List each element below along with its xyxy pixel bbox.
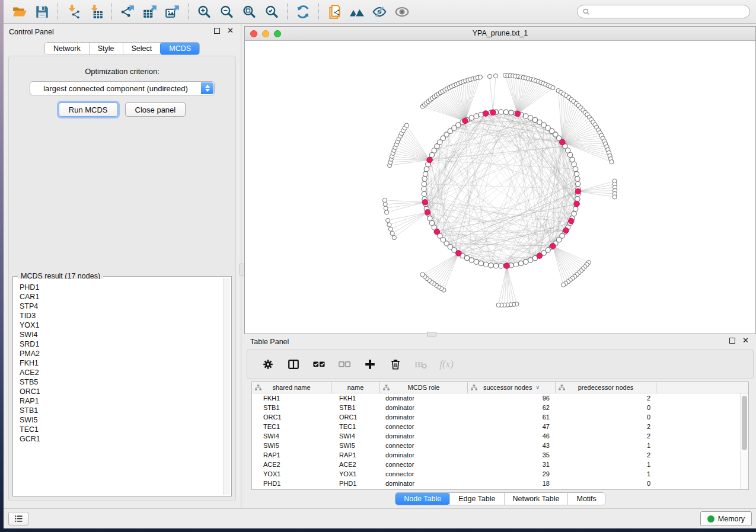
- network-node[interactable]: [422, 181, 426, 186]
- network-node[interactable]: [428, 216, 432, 221]
- mcds-result-item[interactable]: TEC1: [20, 425, 223, 434]
- mcds-hub-node[interactable]: [575, 188, 581, 194]
- network-graph[interactable]: [245, 41, 755, 334]
- horizontal-splitter-grip[interactable]: [427, 332, 436, 336]
- search-box[interactable]: [577, 5, 750, 18]
- leaf-node[interactable]: [384, 210, 388, 214]
- mcds-hub-node[interactable]: [483, 111, 489, 117]
- mcds-result-item[interactable]: PMA2: [20, 349, 223, 358]
- network-node[interactable]: [573, 206, 578, 211]
- mcds-hub-node[interactable]: [462, 118, 468, 124]
- mcds-hub-node[interactable]: [425, 210, 430, 216]
- network-node[interactable]: [572, 162, 576, 166]
- tab-style[interactable]: Style: [89, 43, 123, 55]
- delete-column-icon[interactable]: [388, 357, 403, 371]
- table-tab-network-table[interactable]: Network Table: [504, 493, 568, 505]
- mcds-hub-node[interactable]: [574, 201, 580, 207]
- mcds-result-item[interactable]: CAR1: [20, 292, 223, 302]
- hide-graphics-details-icon[interactable]: [368, 2, 391, 22]
- float-table-panel-icon[interactable]: [729, 338, 735, 344]
- network-node[interactable]: [528, 116, 533, 120]
- export-image-icon[interactable]: [161, 2, 184, 22]
- mcds-hub-node[interactable]: [434, 229, 440, 235]
- mcds-hub-node[interactable]: [560, 139, 566, 145]
- network-node[interactable]: [469, 258, 474, 262]
- gear-icon[interactable]: [260, 357, 276, 371]
- network-node[interactable]: [518, 261, 523, 265]
- mcds-hub-node[interactable]: [515, 111, 521, 117]
- table-scrollbar[interactable]: [740, 393, 748, 489]
- mcds-result-item[interactable]: TID3: [20, 311, 223, 321]
- network-node[interactable]: [422, 187, 426, 191]
- table-row[interactable]: SWI5SWI5connector431: [252, 441, 740, 450]
- table-tab-motifs[interactable]: Motifs: [567, 493, 604, 505]
- table-row[interactable]: TEC1TEC1connector472: [252, 422, 740, 431]
- mcds-hub-node[interactable]: [490, 110, 496, 116]
- mcds-hub-node[interactable]: [427, 157, 433, 163]
- leaf-node[interactable]: [392, 236, 396, 240]
- mcds-result-item[interactable]: STB5: [20, 377, 223, 387]
- table-row[interactable]: ACE2ACE2connector311: [252, 460, 740, 469]
- column-header-successor-nodes[interactable]: successor nodes∨: [468, 382, 556, 393]
- column-header-predecessor-nodes[interactable]: predecessor nodes: [556, 382, 656, 393]
- network-node[interactable]: [483, 262, 488, 267]
- network-node[interactable]: [528, 258, 533, 262]
- network-node[interactable]: [572, 211, 576, 216]
- network-node[interactable]: [474, 259, 479, 264]
- zoom-out-icon[interactable]: [215, 2, 238, 22]
- leaf-node[interactable]: [390, 231, 394, 235]
- mcds-result-item[interactable]: STB1: [20, 406, 223, 415]
- export-network-icon[interactable]: [116, 2, 139, 22]
- mcds-result-item[interactable]: STP4: [20, 302, 223, 311]
- leaf-node[interactable]: [613, 195, 617, 199]
- mcds-result-item[interactable]: ORC1: [20, 387, 223, 396]
- delete-table-icon[interactable]: [413, 357, 429, 371]
- column-header-MCDS-role[interactable]: MCDS role: [380, 382, 468, 393]
- close-table-panel-icon[interactable]: ✕: [742, 338, 749, 344]
- mcds-result-item[interactable]: SWI5: [20, 415, 223, 425]
- mcds-result-item[interactable]: SRD1: [20, 339, 223, 349]
- tab-network[interactable]: Network: [45, 43, 89, 55]
- mcds-hub-node[interactable]: [550, 243, 556, 249]
- first-neighbors-icon[interactable]: [346, 2, 368, 22]
- leaf-node[interactable]: [383, 202, 387, 206]
- leaf-node[interactable]: [562, 283, 566, 287]
- mcds-result-item[interactable]: FKH1: [20, 358, 223, 368]
- network-node[interactable]: [503, 110, 508, 114]
- zoom-selected-icon[interactable]: [260, 2, 283, 22]
- zoom-fit-icon[interactable]: [238, 2, 260, 22]
- network-canvas[interactable]: [245, 41, 755, 334]
- mcds-result-item[interactable]: SWI4: [20, 330, 223, 339]
- mcds-hub-node[interactable]: [504, 263, 510, 269]
- table-row[interactable]: STB1STB1dominator620: [252, 403, 740, 412]
- save-session-icon[interactable]: [31, 2, 53, 22]
- float-panel-icon[interactable]: [214, 28, 220, 34]
- column-header-name[interactable]: name: [331, 382, 380, 393]
- leaf-node[interactable]: [404, 123, 409, 127]
- network-node[interactable]: [493, 264, 498, 268]
- mcds-result-item[interactable]: PHD1: [20, 283, 223, 292]
- close-panel-button[interactable]: Close panel: [125, 102, 186, 117]
- network-titlebar[interactable]: YPA_prune.txt_1: [245, 27, 755, 41]
- network-node[interactable]: [567, 152, 572, 157]
- result-list-scrollbar[interactable]: [223, 278, 230, 495]
- network-node[interactable]: [575, 197, 580, 201]
- network-node[interactable]: [524, 259, 528, 264]
- network-node[interactable]: [574, 171, 579, 176]
- leaf-node[interactable]: [382, 198, 387, 202]
- leaf-node[interactable]: [496, 303, 500, 307]
- table-scrollbar-thumb[interactable]: [742, 396, 747, 450]
- network-node[interactable]: [573, 166, 578, 171]
- split-view-icon[interactable]: [286, 357, 301, 371]
- network-node[interactable]: [489, 263, 493, 268]
- zoom-in-icon[interactable]: [193, 2, 215, 22]
- network-node[interactable]: [509, 110, 513, 115]
- table-row[interactable]: FKH1FKH1dominator962: [252, 393, 740, 403]
- network-node[interactable]: [570, 157, 575, 162]
- mcds-result-item[interactable]: GCR1: [20, 434, 223, 444]
- close-window-icon[interactable]: [250, 30, 257, 37]
- mcds-result-list[interactable]: PHD1CAR1STP4TID3YOX1SWI4SRD1PMA2FKH1ACE2…: [14, 279, 223, 495]
- add-column-icon[interactable]: [362, 357, 378, 371]
- leaf-node[interactable]: [551, 86, 555, 90]
- network-node[interactable]: [422, 191, 426, 196]
